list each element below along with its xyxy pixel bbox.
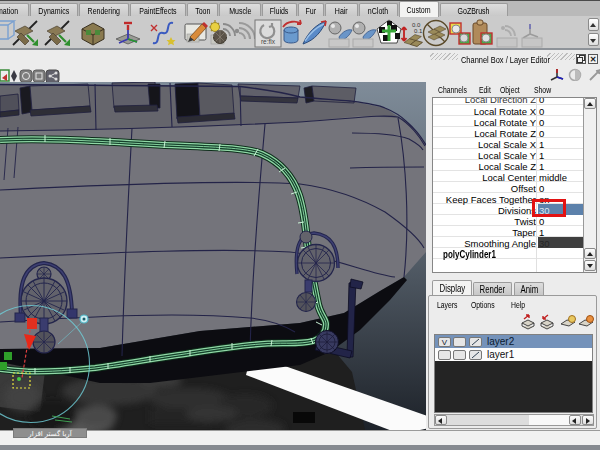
svg-text:0.1: 0.1 xyxy=(414,28,423,34)
svg-text:re:flx: re:flx xyxy=(261,38,276,45)
